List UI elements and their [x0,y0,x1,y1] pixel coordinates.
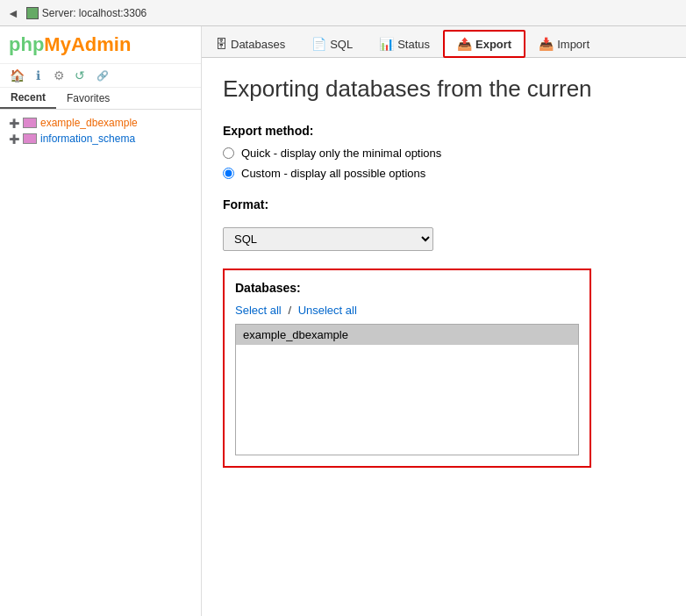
link-icon: 🔗 [96,70,109,82]
page-content: Exporting databases from the curren Expo… [202,58,686,616]
db-item-example[interactable]: ➕ example_dbexample [0,115,201,131]
tab-status-label: Status [397,38,430,51]
format-section: Format: SQL CSV CSV for MS Excel JSON XM… [223,197,665,251]
db-icon [23,133,37,144]
tab-export[interactable]: 📤 Export [443,30,525,58]
sidebar: phpMyAdmin 🏠 ℹ ⚙ ↺ 🔗 Recent Favorites ➕ … [0,26,202,616]
radio-quick-label: Quick - display only the minimal options [241,147,441,160]
db-listbox-item[interactable]: example_dbexample [236,325,578,345]
tab-import[interactable]: 📥 Import [525,30,603,58]
radio-custom-input[interactable] [223,168,234,179]
tab-status[interactable]: 📊 Status [366,30,443,58]
expand-icon: ➕ [9,134,19,144]
tab-export-label: Export [475,38,511,51]
export-icon: 📤 [457,37,472,51]
db-icon [23,118,37,128]
radio-custom[interactable]: Custom - display all possible options [223,167,665,180]
nav-tabs: 🗄 Databases 📄 SQL 📊 Status 📤 Export 📥 Im… [202,26,686,58]
server-icon [26,7,39,19]
home-icon[interactable]: 🏠 [9,68,25,83]
server-label: Server: localhost:3306 [42,7,146,19]
server-label-container: Server: localhost:3306 [26,7,146,19]
unselect-all-link[interactable]: Unselect all [298,304,357,317]
page-title: Exporting databases from the curren [223,75,665,103]
radio-quick[interactable]: Quick - display only the minimal options [223,147,665,160]
link-separator: / [288,304,291,317]
tab-databases-label: Databases [231,38,285,51]
sql-icon: 📄 [311,37,326,51]
content-area: 🗄 Databases 📄 SQL 📊 Status 📤 Export 📥 Im… [202,26,686,616]
settings-icon[interactable]: ⚙ [51,68,67,83]
export-method-label: Export method: [223,124,665,138]
tab-favorites[interactable]: Favorites [56,88,120,109]
logo-php: php [9,33,44,55]
export-method-group: Quick - display only the minimal options… [223,147,665,180]
tab-recent[interactable]: Recent [0,88,56,109]
tab-sql-label: SQL [330,38,353,51]
import-icon: 📥 [539,37,554,51]
sidebar-tabs: Recent Favorites [0,88,201,110]
databases-icon: 🗄 [215,37,227,51]
select-links: Select all / Unselect all [235,304,579,317]
format-label: Format: [223,197,665,211]
logo-my: My [44,33,71,55]
expand-icon: ➕ [9,118,19,128]
logo-admin: Admin [71,33,131,55]
back-arrow[interactable]: ◄ [7,6,19,20]
top-bar: ◄ Server: localhost:3306 [0,0,686,26]
refresh-icon[interactable]: ↺ [72,68,88,83]
db-listbox[interactable]: example_dbexample [235,324,579,455]
status-icon: 📊 [379,37,394,51]
db-item-information-schema[interactable]: ➕ information_schema [0,131,201,147]
logo: phpMyAdmin [0,26,201,64]
info-icon[interactable]: ℹ [30,68,46,83]
db-name: example_dbexample [40,117,138,129]
select-all-link[interactable]: Select all [235,304,282,317]
sidebar-icons: 🏠 ℹ ⚙ ↺ 🔗 [0,64,201,88]
radio-quick-input[interactable] [223,147,234,159]
tab-sql[interactable]: 📄 SQL [298,30,366,58]
tab-import-label: Import [557,38,590,51]
databases-label: Databases: [235,281,579,295]
databases-section: Databases: Select all / Unselect all exa… [223,269,591,468]
logo-text: phpMyAdmin [9,33,131,55]
radio-custom-label: Custom - display all possible options [241,167,425,180]
format-select[interactable]: SQL CSV CSV for MS Excel JSON XML [223,227,433,251]
main-layout: phpMyAdmin 🏠 ℹ ⚙ ↺ 🔗 Recent Favorites ➕ … [0,26,686,616]
database-list: ➕ example_dbexample ➕ information_schema [0,110,201,152]
tab-databases[interactable]: 🗄 Databases [202,30,298,58]
db-name: information_schema [40,133,135,145]
